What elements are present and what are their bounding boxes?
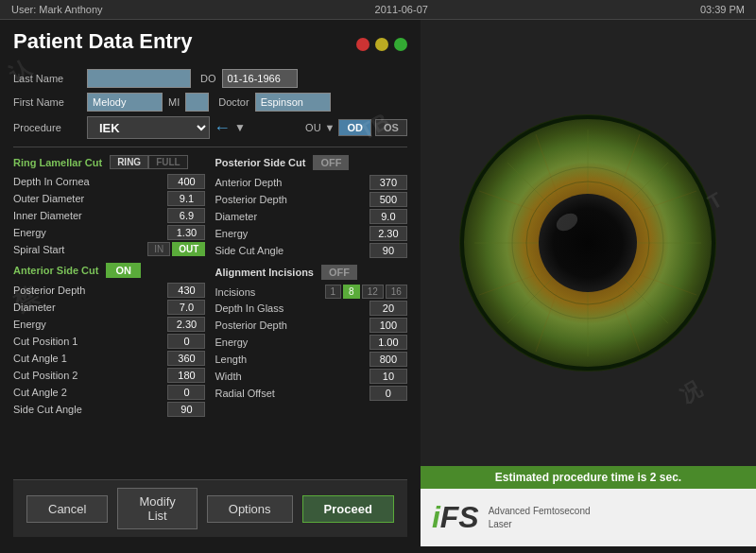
page-title: Patient Data Entry [13,29,193,54]
alignment-title: Alignment Incisions [215,267,314,278]
red-dot[interactable] [356,38,369,51]
align-post-depth-value[interactable]: 100 [369,318,407,333]
inner-diam-label: Inner Diameter [13,210,82,221]
ifs-fs-letters: FS [440,500,479,534]
alignment-off-btn[interactable]: OFF [321,265,357,280]
post-energy-label: Energy [215,228,248,239]
form-divider [13,147,407,147]
depth-glass-label: Depth In Glass [215,302,284,314]
ring-energy-value[interactable]: 1.30 [167,225,205,240]
align-energy-value[interactable]: 1.00 [369,335,407,350]
posterior-side-title: Posterior Side Cut [215,157,305,168]
options-button[interactable]: Options [207,495,293,523]
ant-energy-value[interactable]: 2.30 [167,317,205,332]
left-panel: Patient Data Entry Last Name DO First Na… [0,20,421,546]
os-button[interactable]: OS [375,119,407,136]
out-btn[interactable]: OUT [172,242,205,256]
in-btn[interactable]: IN [147,242,170,256]
cut-pos1-value[interactable]: 0 [167,334,205,349]
last-name-row: Last Name DO [13,69,407,88]
post-side-cut-label: Side Cut Angle [215,245,284,256]
depth-cornea-value[interactable]: 400 [167,174,205,189]
ring-full-toggle: RING FULL [110,155,188,169]
outer-diam-value[interactable]: 9.1 [167,191,205,206]
procedure-select-group: IEK ← ▼ [87,116,246,139]
cancel-button[interactable]: Cancel [26,495,108,523]
cut-angle2-value[interactable]: 0 [167,385,205,400]
ring-btn[interactable]: RING [110,155,148,169]
cut-pos2-value[interactable]: 180 [167,368,205,383]
last-name-input[interactable] [87,69,191,88]
alignment-header: Alignment Incisions OFF [215,265,406,280]
anterior-on-btn[interactable]: ON [106,263,141,278]
doctor-input[interactable] [255,93,331,112]
radial-offset-row: Radial Offset 0 [215,385,406,402]
date-display: 2011-06-07 [375,4,428,15]
cut-angle1-label: Cut Angle 1 [13,353,67,364]
first-name-input[interactable] [87,93,163,112]
ring-lamellar-title: Ring Lamellar Cut [13,157,102,168]
procedure-time-text: Estimated procedure time is 2 sec. [495,471,681,484]
data-columns: Ring Lamellar Cut RING FULL Depth In Cor… [13,155,407,474]
od-button[interactable]: OD [338,119,371,136]
ant-post-depth-value[interactable]: 430 [167,283,205,298]
outer-diam-label: Outer Diameter [13,193,84,204]
post-depth-row: Posterior Depth 500 [215,191,406,208]
ant-energy-row: Energy 2.30 [13,316,205,333]
left-data-col: Ring Lamellar Cut RING FULL Depth In Cor… [13,155,205,474]
depth-glass-value[interactable]: 20 [369,301,407,316]
post-energy-value[interactable]: 2.30 [369,226,407,241]
ant-depth-row: Anterior Depth 370 [215,174,406,191]
mi-input[interactable] [185,93,209,112]
ant-side-cut-value[interactable]: 90 [167,402,205,417]
length-label: Length [215,354,247,365]
width-label: Width [215,371,241,382]
cut-pos2-row: Cut Position 2 180 [13,367,205,384]
post-diam-value[interactable]: 9.0 [369,209,407,224]
eye-selector-group: OU ▼ OD OS [305,119,407,136]
green-dot[interactable] [394,38,407,51]
width-value[interactable]: 10 [369,369,407,384]
inc-1-btn[interactable]: 1 [325,285,342,299]
last-name-label: Last Name [13,73,81,84]
main-container: Patient Data Entry Last Name DO First Na… [0,20,756,546]
ant-diameter-row: Diameter 7.0 [13,299,205,316]
posterior-off-btn[interactable]: OFF [313,155,349,170]
ant-energy-label: Energy [13,319,46,330]
cut-angle1-value[interactable]: 360 [167,351,205,366]
post-side-cut-value[interactable]: 90 [369,243,407,258]
inner-diam-value[interactable]: 6.9 [167,208,205,223]
post-depth-label: Posterior Depth [215,194,286,205]
cut-angle1-row: Cut Angle 1 360 [13,350,205,367]
inc-16-btn[interactable]: 16 [386,285,407,299]
yellow-dot[interactable] [375,38,388,51]
ifs-i-letter: i [432,500,440,534]
full-btn[interactable]: FULL [148,155,188,169]
length-row: Length 800 [215,351,406,368]
cut-angle2-row: Cut Angle 2 0 [13,384,205,401]
ant-depth-label: Anterior Depth [215,177,282,188]
depth-in-cornea-row: Depth In Cornea 400 [13,173,205,190]
inner-diameter-row: Inner Diameter 6.9 [13,207,205,224]
ant-diam-value[interactable]: 7.0 [167,300,205,315]
dob-input[interactable] [222,69,298,88]
radial-offset-value[interactable]: 0 [369,386,407,401]
modify-list-button[interactable]: Modify List [117,488,197,529]
proceed-button[interactable]: Proceed [302,495,394,523]
post-depth-value[interactable]: 500 [369,192,407,207]
inc-8-btn[interactable]: 8 [343,285,360,299]
arrow-icon: ← [214,118,231,138]
ant-post-depth-row: Posterior Depth 430 [13,282,205,299]
dob-label: DO [200,73,216,84]
length-value[interactable]: 800 [369,352,407,367]
anterior-side-section: Anterior Side Cut ON Posterior Depth 430… [13,263,205,418]
ant-depth-value[interactable]: 370 [369,175,407,190]
spiral-start-row: Spiral Start IN OUT [13,241,205,257]
depth-in-glass-row: Depth In Glass 20 [215,300,406,317]
ifs-logo-area: iFS Advanced FemtosecondLaser [421,489,756,546]
eye-visual [455,111,720,375]
procedure-dropdown[interactable]: IEK [87,116,210,139]
cut-angle2-label: Cut Angle 2 [13,387,67,398]
ant-post-depth-label: Posterior Depth [13,285,85,296]
inc-12-btn[interactable]: 12 [362,285,384,299]
